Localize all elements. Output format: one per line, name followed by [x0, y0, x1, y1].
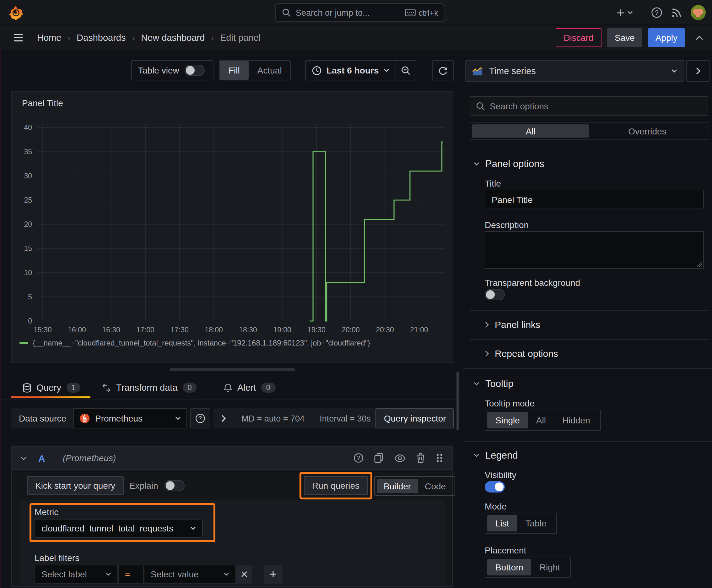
tooltip-single[interactable]: Single: [487, 412, 528, 428]
clock-icon: [312, 66, 322, 75]
code-option[interactable]: Code: [418, 479, 453, 493]
x-axis-label: 21:00: [410, 326, 428, 334]
grafana-logo[interactable]: [8, 5, 23, 20]
zoom-out-button[interactable]: [396, 61, 416, 80]
metric-value: cloudflared_tunnel_total_requests: [41, 523, 190, 533]
breadcrumb-dashboards[interactable]: Dashboards: [77, 33, 126, 43]
transparent-background-toggle[interactable]: [485, 289, 505, 300]
save-button[interactable]: Save: [607, 28, 642, 47]
tab-transform[interactable]: Transform data 0: [102, 377, 197, 398]
refresh-button[interactable]: [432, 60, 454, 80]
pane-resize-handle[interactable]: [170, 368, 295, 371]
datasource-select[interactable]: Prometheus: [74, 408, 188, 428]
tooltip-all[interactable]: All: [528, 412, 554, 428]
builder-option[interactable]: Builder: [377, 479, 418, 493]
operator-dropdown[interactable]: =: [118, 565, 144, 584]
query-tab-bar: Query 1 Transform data 0 Alert 0: [0, 377, 463, 400]
news-button[interactable]: [671, 7, 682, 18]
description-textarea[interactable]: [485, 231, 704, 269]
trash-icon[interactable]: [416, 453, 425, 463]
chevron-down-icon: [20, 456, 27, 460]
breadcrumb-new-dashboard[interactable]: New dashboard: [141, 33, 205, 43]
datasource-help-button[interactable]: ?: [191, 408, 211, 428]
fill-option[interactable]: Fill: [220, 61, 249, 80]
panel-title-input[interactable]: Panel Title: [485, 190, 704, 209]
avatar[interactable]: [691, 5, 706, 20]
tab-transform-count: 0: [183, 383, 197, 393]
duplicate-icon[interactable]: [374, 453, 384, 463]
filter-all[interactable]: All: [472, 124, 589, 138]
help-icon: ?: [196, 413, 206, 423]
collapse-button[interactable]: [696, 35, 703, 40]
panel-links-section[interactable]: Panel links: [485, 319, 540, 330]
table-view-switch[interactable]: Table view: [131, 60, 214, 80]
visualization-picker[interactable]: Time series: [465, 60, 684, 82]
tooltip-mode-group: Single All Hidden: [485, 410, 601, 431]
toggle-viz-picker-button[interactable]: [686, 60, 710, 82]
legend-mode-list[interactable]: List: [487, 515, 517, 531]
metric-select[interactable]: cloudflared_tunnel_total_requests: [35, 519, 203, 538]
label-filters-label: Label filters: [35, 553, 80, 563]
breadcrumb-separator: ›: [211, 33, 214, 42]
x-axis-label: 19:00: [273, 326, 291, 334]
x-axis-label: 16:30: [102, 326, 120, 334]
query-row-header[interactable]: A (Prometheus) ?: [11, 446, 453, 470]
breadcrumb-home[interactable]: Home: [37, 33, 61, 43]
x-axis-label: 17:30: [170, 326, 189, 334]
panel-options-header[interactable]: Panel options: [473, 158, 544, 170]
select-label-dropdown[interactable]: Select label: [35, 565, 118, 584]
explain-toggle[interactable]: [165, 480, 185, 491]
time-range-picker[interactable]: Last 6 hours: [306, 61, 396, 80]
apply-button[interactable]: Apply: [648, 28, 685, 47]
legend-mode-table[interactable]: Table: [517, 515, 555, 531]
legend-header[interactable]: Legend: [473, 450, 518, 461]
active-tab-underline: [11, 396, 90, 398]
metric-label: Metric: [35, 507, 58, 517]
add-filter-button[interactable]: [264, 565, 283, 584]
help-button[interactable]: ?: [651, 7, 662, 18]
svg-text:?: ?: [655, 9, 658, 16]
filter-overrides[interactable]: Overrides: [589, 124, 706, 138]
query-help-icon[interactable]: ?: [353, 453, 364, 463]
legend-series-name: {__name__="cloudflared_tunnel_total_requ…: [33, 339, 370, 348]
query-letter[interactable]: A: [38, 453, 45, 463]
breadcrumb-separator: ›: [67, 33, 70, 42]
run-queries-highlight: Run queries: [300, 472, 372, 499]
time-series-chart[interactable]: 051015202530354015:3016:0016:3017:0017:3…: [12, 92, 453, 362]
search-input[interactable]: Search or jump to... ctrl+k: [275, 3, 445, 22]
placement-bottom[interactable]: Bottom: [487, 559, 532, 575]
actual-option[interactable]: Actual: [249, 61, 291, 80]
add-button[interactable]: [616, 8, 633, 17]
kick-start-button[interactable]: Kick start your query: [27, 476, 123, 495]
resize-grip[interactable]: [696, 261, 702, 267]
transparent-background-label: Transparent background: [485, 278, 580, 288]
table-view-toggle[interactable]: [185, 65, 205, 76]
query-collapse-chevron[interactable]: [20, 456, 27, 460]
legend-mode-label: Mode: [485, 501, 507, 511]
tooltip-hidden[interactable]: Hidden: [554, 412, 598, 428]
query-options[interactable]: MD = auto = 704 Interval = 30s: [214, 408, 378, 428]
search-options-input[interactable]: Search options: [470, 96, 708, 115]
chart-legend[interactable]: {__name__="cloudflared_tunnel_total_requ…: [19, 339, 370, 348]
run-queries-button[interactable]: Run queries: [304, 476, 368, 495]
breadcrumb-edit-panel: Edit panel: [220, 33, 261, 43]
tab-query[interactable]: Query 1: [23, 377, 80, 398]
eye-icon[interactable]: [394, 454, 406, 462]
hamburger-icon: [13, 33, 23, 42]
menu-button[interactable]: [13, 33, 23, 42]
query-inspector-button[interactable]: Query inspector: [376, 408, 454, 428]
repeat-options-section[interactable]: Repeat options: [485, 348, 558, 359]
chevron-down-icon: [473, 382, 480, 386]
visibility-toggle[interactable]: [485, 481, 505, 492]
drag-handle-icon[interactable]: [436, 453, 443, 463]
tab-alert[interactable]: Alert 0: [223, 377, 275, 398]
select-value-dropdown[interactable]: Select value: [144, 565, 236, 584]
discard-button[interactable]: Discard: [555, 28, 602, 47]
tooltip-header[interactable]: Tooltip: [473, 378, 514, 390]
panel-preview: Panel Title 051015202530354015:3016:0016…: [11, 91, 453, 363]
tab-query-count: 1: [66, 383, 80, 393]
panel-title[interactable]: Panel Title: [22, 98, 63, 108]
remove-filter-button[interactable]: [236, 565, 253, 584]
y-axis-label: 25: [24, 196, 32, 204]
placement-right[interactable]: Right: [532, 559, 568, 575]
